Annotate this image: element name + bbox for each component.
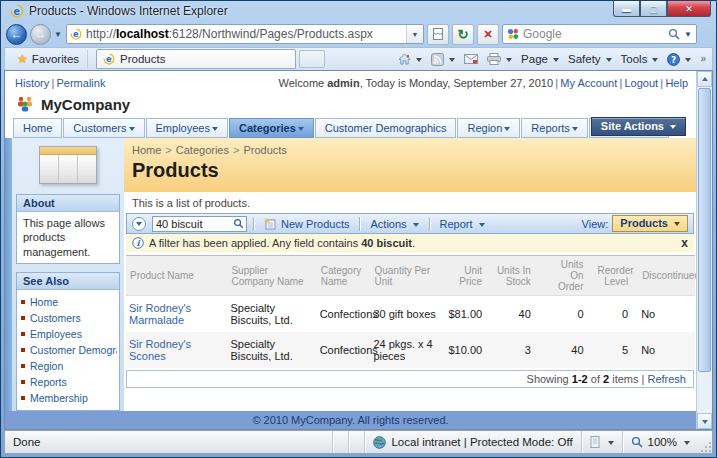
product-link[interactable]: Sir Rodney's Scones: [129, 338, 191, 362]
minimize-button[interactable]: ▬: [613, 1, 640, 17]
report-menu-button[interactable]: Report: [436, 217, 489, 231]
home-button[interactable]: [398, 53, 422, 65]
page-menu[interactable]: Page: [521, 53, 559, 65]
logout-link[interactable]: Logout: [624, 77, 658, 89]
col-product-name[interactable]: Product Name: [126, 256, 227, 296]
col-units-in-stock[interactable]: Units In Stock: [492, 256, 541, 296]
search-provider-box[interactable]: ▼: [502, 24, 697, 44]
stop-button[interactable]: ✕: [477, 24, 499, 45]
svg-text:e: e: [73, 29, 79, 39]
zoom-segment[interactable]: 100%: [622, 431, 698, 453]
search-options-dropdown[interactable]: ▼: [684, 30, 693, 39]
chevron-down-icon: [411, 218, 419, 230]
page-header-band: Home>Categories>Products Products: [124, 138, 696, 192]
actions-menu-button[interactable]: Actions: [366, 217, 422, 231]
my-account-link[interactable]: My Account: [560, 77, 617, 89]
svg-text:?: ?: [671, 54, 676, 64]
history-link[interactable]: History: [15, 77, 49, 89]
print-button[interactable]: [487, 53, 512, 65]
view-label: View:: [582, 218, 609, 230]
col-reorder-level[interactable]: Reorder Level: [594, 256, 639, 296]
col-quantity[interactable]: Quantity Per Unit: [370, 256, 445, 296]
new-products-button[interactable]: New Products: [260, 217, 353, 231]
col-discontinued[interactable]: Discontinued: [638, 256, 695, 296]
compatibility-view-button[interactable]: [427, 24, 449, 45]
nav-tab-categories[interactable]: Categories: [229, 118, 314, 138]
search-icon[interactable]: [233, 218, 244, 229]
address-field[interactable]: e http://localhost:6128/Northwind/Pages/…: [66, 24, 424, 44]
paging-bar: Showing 1-2 of 2 items | Refresh: [126, 370, 694, 388]
security-zone-segment[interactable]: Local intranet | Protected Mode: Off: [364, 431, 580, 453]
safety-menu[interactable]: Safety: [568, 53, 612, 65]
tab-ie-icon: e: [103, 53, 115, 65]
nav-tab-home[interactable]: Home: [13, 118, 62, 138]
tools-menu[interactable]: Tools: [621, 53, 659, 65]
filter-toggle-button[interactable]: [132, 217, 146, 231]
table-row: Sir Rodney's Marmalade Specialty Biscuit…: [126, 296, 695, 333]
toolbar-separator: [429, 217, 430, 231]
back-button[interactable]: ←: [6, 24, 27, 45]
list-search-input[interactable]: [156, 218, 233, 230]
sidebar-item-region[interactable]: Region: [19, 358, 117, 374]
scroll-up-button[interactable]: [697, 71, 712, 87]
content-filler: [124, 388, 696, 411]
col-units-on-order[interactable]: Units On Order: [541, 256, 594, 296]
read-mail-button[interactable]: [464, 54, 478, 65]
sidebar-item-employees[interactable]: Employees: [19, 326, 117, 342]
nav-tab-region[interactable]: Region: [457, 118, 520, 138]
scroll-down-button[interactable]: [697, 413, 712, 429]
view-selector[interactable]: Products: [612, 215, 688, 232]
refresh-link[interactable]: Refresh: [647, 373, 686, 385]
maximize-button[interactable]: ▢: [640, 1, 667, 17]
new-tab-button[interactable]: [299, 50, 325, 68]
nav-tab-customers[interactable]: Customers: [63, 118, 144, 138]
vertical-scrollbar[interactable]: [696, 71, 712, 429]
nav-tab-customer-demographics[interactable]: Customer Demographics: [315, 118, 457, 138]
help-button[interactable]: ?: [667, 53, 691, 66]
status-bar: Done Local intranet | Protected Mode: Of…: [4, 430, 713, 454]
nav-tab-reports[interactable]: Reports: [521, 118, 588, 138]
col-unit-price[interactable]: Unit Price: [445, 256, 492, 296]
list-search-box[interactable]: [152, 216, 247, 232]
sidebar-item-customer-demographics[interactable]: Customer Demographics: [19, 342, 117, 358]
favorites-star-icon: ★: [17, 52, 28, 66]
brand-row: MyCompany: [5, 91, 696, 117]
sidebar-item-customers[interactable]: Customers: [19, 310, 117, 326]
address-dropdown[interactable]: ▼: [406, 25, 423, 43]
about-title: About: [17, 195, 119, 212]
site-actions-button[interactable]: Site Actions: [591, 117, 686, 136]
sidebar-item-home[interactable]: Home: [19, 294, 117, 310]
zoom-magnifier-icon: [631, 436, 643, 448]
forward-button[interactable]: →: [30, 24, 51, 45]
scrollbar-track[interactable]: [697, 87, 712, 413]
about-text: This page allows products management.: [17, 212, 119, 263]
browser-tab-products[interactable]: e Products: [96, 49, 296, 69]
scrollbar-thumb[interactable]: [698, 88, 711, 372]
breadcrumb-categories[interactable]: Categories: [176, 144, 229, 156]
search-magnifier-icon[interactable]: [668, 28, 680, 40]
site-brand[interactable]: MyCompany: [41, 96, 130, 113]
protected-mode-segment[interactable]: [581, 431, 622, 453]
toolbar-separator: [359, 217, 360, 231]
sidebar-item-reports[interactable]: Reports: [19, 374, 117, 390]
page-image: [39, 146, 97, 184]
breadcrumb-home[interactable]: Home: [132, 144, 161, 156]
refresh-button[interactable]: ↻: [452, 24, 474, 45]
nav-tab-employees[interactable]: Employees: [146, 118, 228, 138]
col-supplier[interactable]: Supplier Company Name: [227, 256, 316, 296]
web-search-input[interactable]: [523, 27, 664, 41]
feeds-button[interactable]: [431, 53, 455, 66]
command-overflow-chevron[interactable]: »: [700, 53, 706, 64]
permalink-link[interactable]: Permalink: [57, 77, 106, 89]
product-link[interactable]: Sir Rodney's Marmalade: [129, 302, 191, 326]
help-link[interactable]: Help: [665, 77, 688, 89]
col-category[interactable]: Category Name: [317, 256, 371, 296]
resize-grip[interactable]: [698, 431, 712, 453]
recent-pages-dropdown[interactable]: ▼: [54, 30, 63, 39]
chevron-down-icon: [606, 436, 614, 448]
close-button[interactable]: ✕: [667, 1, 711, 17]
dismiss-filter-button[interactable]: x: [681, 237, 688, 249]
favorites-button[interactable]: ★ Favorites: [9, 50, 88, 68]
sidebar-item-membership[interactable]: Membership: [19, 390, 117, 406]
table-row: Sir Rodney's Scones Specialty Biscuits, …: [126, 332, 695, 368]
